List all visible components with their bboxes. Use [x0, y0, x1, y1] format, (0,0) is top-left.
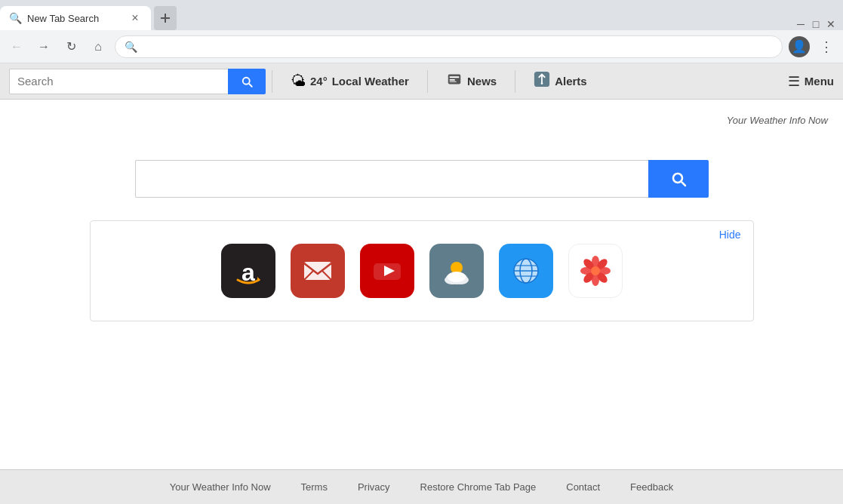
maximize-button[interactable]: □: [810, 18, 822, 30]
flower-icon: [568, 244, 623, 298]
tab-title: New Tab Search: [27, 13, 122, 24]
back-button[interactable]: ←: [6, 36, 27, 57]
weather-widget[interactable]: 🌤 24° Local Weather: [278, 72, 421, 90]
toolbar-divider-2: [427, 70, 428, 93]
navigation-toolbar: ← → ↻ ⌂ 🔍 👤 ⋮: [0, 30, 843, 63]
menu-label: Menu: [805, 75, 834, 88]
footer: Your Weather Info Now Terms Privacy Rest…: [0, 469, 843, 504]
footer-link-weather-info[interactable]: Your Weather Info Now: [170, 481, 271, 493]
quick-link-flower[interactable]: [568, 244, 623, 298]
hamburger-icon: ☰: [788, 73, 800, 90]
svg-rect-9: [304, 262, 331, 280]
weather-label: Local Weather: [332, 75, 409, 88]
center-search-button[interactable]: [648, 160, 709, 198]
app-toolbar: 🌤 24° Local Weather News Alerts: [0, 63, 843, 100]
news-label: News: [467, 75, 497, 88]
hide-button[interactable]: Hide: [719, 229, 741, 241]
news-nav-item[interactable]: News: [434, 71, 509, 91]
quick-link-youtube[interactable]: [360, 244, 414, 298]
quick-links-container: Hide a: [90, 220, 754, 321]
new-tab-button[interactable]: [154, 6, 177, 30]
mail-icon: [291, 244, 345, 298]
browser-menu-button[interactable]: ⋮: [816, 36, 837, 57]
svg-rect-5: [450, 81, 457, 82]
minimize-button[interactable]: ─: [795, 18, 807, 30]
tab-bar: 🔍 New Tab Search × ─ □ ✕: [0, 0, 843, 30]
svg-rect-3: [450, 76, 460, 78]
svg-point-16: [448, 272, 466, 282]
browser-window-controls: ─ □ ✕: [789, 18, 843, 30]
address-input[interactable]: [143, 41, 773, 52]
browser-chrome: 🔍 New Tab Search × ─ □ ✕ ← → ↻ ⌂ 🔍 👤 ⋮: [0, 0, 843, 63]
toolbar-divider-3: [515, 70, 515, 93]
tab-favicon: 🔍: [9, 12, 21, 24]
footer-link-feedback[interactable]: Feedback: [630, 481, 673, 493]
footer-link-contact[interactable]: Contact: [566, 481, 600, 493]
top-search-input[interactable]: [9, 69, 228, 94]
svg-point-7: [541, 82, 543, 85]
toolbar-divider-1: [272, 70, 272, 93]
footer-link-terms[interactable]: Terms: [301, 481, 328, 493]
svg-point-31: [591, 266, 600, 275]
center-search-bar: [135, 160, 709, 198]
weather-info-link[interactable]: Your Weather Info Now: [727, 115, 828, 126]
top-search-button[interactable]: [228, 69, 266, 94]
alerts-label: Alerts: [555, 75, 587, 88]
footer-link-privacy[interactable]: Privacy: [358, 481, 390, 493]
footer-link-restore[interactable]: Restore Chrome Tab Page: [420, 481, 537, 493]
news-icon: [446, 71, 463, 91]
address-search-icon: 🔍: [125, 41, 137, 53]
address-bar[interactable]: 🔍: [115, 35, 783, 58]
forward-button[interactable]: →: [33, 36, 54, 57]
center-search-input[interactable]: [135, 160, 648, 198]
active-tab[interactable]: 🔍 New Tab Search ×: [0, 6, 151, 30]
youtube-icon: [360, 244, 414, 298]
quick-link-amazon[interactable]: a: [221, 244, 275, 298]
alerts-icon: [534, 71, 550, 91]
reload-button[interactable]: ↻: [60, 36, 82, 57]
globe-icon: [499, 244, 553, 298]
main-content: Your Weather Info Now Hide a: [0, 100, 843, 469]
toolbar-right: ☰ Menu: [788, 73, 834, 90]
quick-links: a: [121, 244, 723, 298]
main-menu-button[interactable]: ☰ Menu: [788, 73, 834, 90]
top-search-bar: [9, 69, 266, 94]
tab-close-button[interactable]: ×: [128, 11, 142, 25]
amazon-icon: a: [221, 244, 275, 298]
svg-rect-4: [450, 79, 455, 81]
quick-link-mail[interactable]: [291, 244, 345, 298]
alerts-nav-item[interactable]: Alerts: [521, 71, 599, 91]
quick-link-weather[interactable]: [429, 244, 484, 298]
quick-link-globe[interactable]: [499, 244, 553, 298]
profile-button[interactable]: 👤: [789, 36, 810, 57]
weather-icon: 🌤: [291, 72, 306, 90]
home-button[interactable]: ⌂: [88, 36, 109, 57]
weather-app-icon: [429, 244, 484, 298]
close-button[interactable]: ✕: [825, 18, 837, 30]
weather-temp: 24°: [310, 75, 328, 88]
